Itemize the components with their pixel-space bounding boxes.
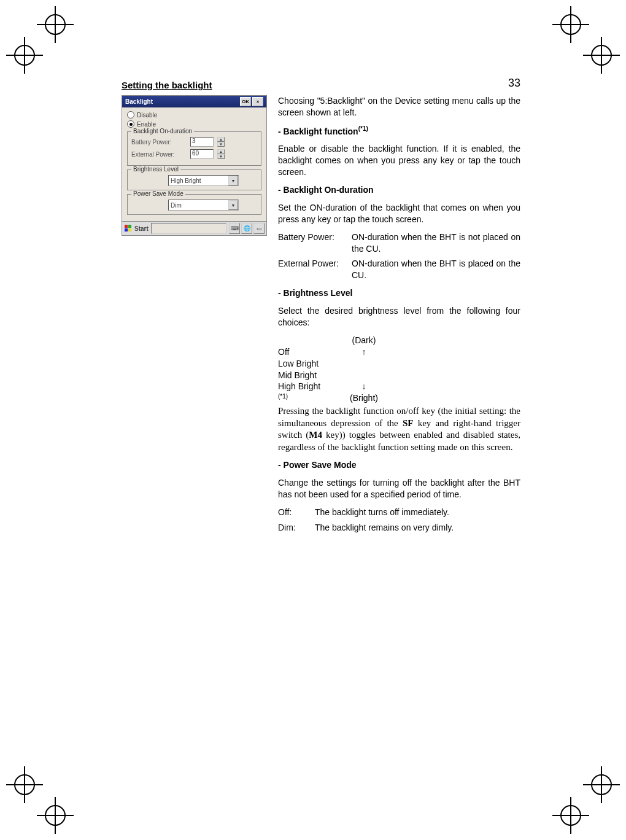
group-on-duration-label: Backlight On-duration (131, 128, 194, 134)
section-title: Setting the backlight (122, 80, 520, 90)
external-power-desc: ON-duration when the BHT is placed on th… (352, 258, 520, 281)
dim-desc: The backlight remains on very dimly. (315, 522, 520, 534)
battery-power-label: Battery Power: (131, 139, 187, 146)
radio-disable-label: Disable (137, 112, 157, 119)
crop-mark-icon (552, 797, 589, 834)
psm-dropdown[interactable]: Dim ▼ (168, 200, 239, 211)
dialog-title: Backlight (125, 98, 153, 105)
psm-value: Dim (171, 202, 182, 209)
backlight-dialog: Backlight OK × Disable Enable Backlight … (122, 95, 267, 236)
world-icon[interactable]: 🌐 (241, 223, 252, 234)
taskbar-spacer (151, 223, 226, 234)
start-button[interactable]: Start (124, 224, 149, 233)
heading-psm: - Power Save Mode (278, 459, 520, 471)
psm-text: Change the settings for turning off the … (278, 477, 520, 500)
battery-spinner[interactable]: ▲▼ (217, 137, 225, 147)
radio-enable-label: Enable (137, 121, 156, 128)
svg-rect-26 (125, 228, 128, 231)
chevron-down-icon: ▼ (228, 200, 238, 210)
brightness-value: High Bright (171, 177, 201, 184)
keyboard-icon[interactable]: ⌨ (229, 223, 240, 234)
start-label: Start (134, 225, 149, 232)
crop-mark-icon (6, 37, 43, 74)
external-power-label: External Power: (131, 151, 187, 158)
crop-mark-icon (37, 797, 74, 834)
off-term: Off: (278, 507, 315, 518)
brightness-text: Select the desired brightness level from… (278, 305, 520, 329)
battery-power-term: Battery Power: (278, 231, 352, 255)
svg-rect-25 (128, 225, 131, 228)
svg-rect-24 (125, 225, 128, 228)
close-button[interactable]: × (252, 97, 263, 106)
group-brightness-label: Brightness Level (131, 166, 180, 173)
group-psm-label: Power Save Mode (131, 190, 185, 197)
chevron-down-icon: ▼ (228, 176, 238, 185)
brightness-levels-list: (Dark) Off↑ Low Bright Mid Bright High B… (278, 335, 520, 404)
off-desc: The backlight turns off immediately. (315, 507, 520, 518)
svg-rect-27 (128, 228, 131, 231)
backlight-function-text: Enable or disable the backlight function… (278, 143, 520, 178)
ok-button[interactable]: OK (240, 97, 251, 106)
brightness-dropdown[interactable]: High Bright ▼ (168, 175, 239, 186)
heading-on-duration: - Backlight On-duration (278, 184, 520, 196)
footnote-text: Pressing the backlight function on/off k… (278, 405, 520, 453)
heading-backlight-function: - Backlight function(*1) (278, 125, 520, 138)
dim-term: Dim: (278, 522, 315, 534)
intro-text: Choosing "5:Backlight" on the Device set… (278, 95, 520, 119)
battery-power-desc: ON-duration when the BHT is not placed o… (352, 231, 520, 255)
windows-icon (124, 224, 133, 233)
external-power-term: External Power: (278, 258, 352, 281)
crop-mark-icon (583, 37, 620, 74)
external-spinner[interactable]: ▲▼ (217, 149, 225, 159)
battery-power-input[interactable]: 3 (190, 137, 214, 147)
desktop-icon[interactable]: ▭ (253, 223, 265, 234)
on-duration-text: Set the ON-duration of the backlight tha… (278, 202, 520, 225)
heading-brightness: - Brightness Level (278, 287, 520, 299)
radio-disable[interactable] (127, 111, 134, 119)
external-power-input[interactable]: 60 (190, 149, 214, 159)
radio-enable[interactable] (127, 120, 134, 128)
page-number: 33 (508, 77, 520, 90)
